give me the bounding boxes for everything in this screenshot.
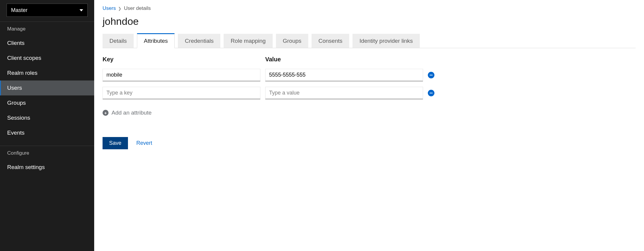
breadcrumb-current: User details [124,5,151,11]
tab-label: Identity provider links [359,38,413,44]
remove-attribute-button[interactable] [428,90,434,96]
attribute-row [103,87,636,99]
tab-label: Attributes [144,38,168,44]
breadcrumb: Users ❯ User details [103,5,636,11]
tab-identity-provider-links[interactable]: Identity provider links [352,34,419,48]
attributes-columns-header: Key Value [103,56,636,63]
realm-selector-wrap: Master [0,0,94,22]
sidebar-item-label: Users [7,85,22,91]
tab-label: Credentials [185,38,213,44]
sidebar-section-manage: Manage Clients Client scopes Realm roles… [0,22,94,140]
sidebar-item-clients[interactable]: Clients [0,36,94,51]
sidebar-item-label: Realm settings [7,164,45,170]
add-attribute-button[interactable]: + Add an attribute [103,109,636,116]
tab-role-mapping[interactable]: Role mapping [224,34,272,48]
sidebar: Master Manage Clients Client scopes Real… [0,0,94,251]
add-attribute-label: Add an attribute [112,109,152,116]
caret-down-icon [80,9,83,11]
tab-details[interactable]: Details [103,34,134,48]
attribute-key-input[interactable] [103,87,260,99]
breadcrumb-root[interactable]: Users [103,5,116,11]
attribute-key-input[interactable] [103,69,260,81]
minus-icon [430,75,433,76]
tab-groups[interactable]: Groups [276,34,308,48]
sidebar-section-header: Manage [0,22,94,36]
realm-selector-label: Master [11,7,28,13]
sidebar-item-users[interactable]: Users [0,80,94,95]
tab-label: Details [109,38,127,44]
revert-button[interactable]: Revert [136,140,152,146]
page-title: johndoe [103,16,636,27]
attributes-panel: Key Value + Add an attribute Save Revert [94,48,644,149]
remove-attribute-button[interactable] [428,72,434,78]
attribute-value-input[interactable] [265,69,423,81]
sidebar-item-label: Client scopes [7,55,41,61]
minus-icon [430,93,433,94]
attribute-row [103,69,636,81]
plus-circle-icon: + [103,110,109,116]
column-header-key: Key [103,56,260,63]
realm-selector[interactable]: Master [7,4,88,17]
main: Users ❯ User details johndoe Details Att… [94,0,644,251]
tabs-bar: Details Attributes Credentials Role mapp… [103,33,636,48]
content-header: Users ❯ User details johndoe Details Att… [94,0,644,48]
form-actions: Save Revert [103,137,636,149]
sidebar-item-realm-roles[interactable]: Realm roles [0,66,94,80]
sidebar-item-label: Events [7,130,25,136]
tab-label: Role mapping [231,38,265,44]
tab-label: Consents [318,38,342,44]
attribute-value-input[interactable] [265,87,423,99]
tab-consents[interactable]: Consents [312,34,349,48]
sidebar-item-client-scopes[interactable]: Client scopes [0,51,94,66]
sidebar-item-groups[interactable]: Groups [0,95,94,110]
sidebar-item-label: Realm roles [7,70,37,76]
sidebar-item-events[interactable]: Events [0,125,94,140]
sidebar-item-sessions[interactable]: Sessions [0,110,94,125]
tab-label: Groups [283,38,301,44]
column-header-value: Value [265,56,423,63]
tab-attributes[interactable]: Attributes [137,33,175,48]
chevron-right-icon: ❯ [118,6,121,11]
sidebar-item-realm-settings[interactable]: Realm settings [0,160,94,175]
sidebar-item-label: Sessions [7,115,30,121]
sidebar-item-label: Groups [7,100,26,106]
sidebar-item-label: Clients [7,40,25,46]
tab-credentials[interactable]: Credentials [178,34,220,48]
sidebar-section-header: Configure [0,146,94,160]
sidebar-section-configure: Configure Realm settings [0,146,94,175]
save-button[interactable]: Save [103,137,128,149]
